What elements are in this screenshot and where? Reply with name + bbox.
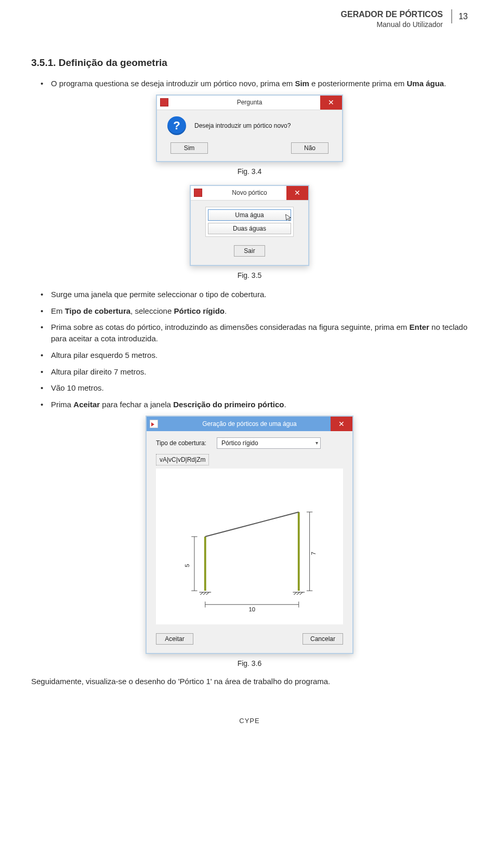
svg-line-6 — [206, 592, 209, 595]
page-number: 13 — [451, 9, 468, 23]
bullet-item: Prima sobre as cotas do pórtico, introdu… — [51, 322, 468, 344]
figure-caption: Fig. 3.4 — [31, 167, 468, 176]
svg-line-10 — [300, 592, 303, 595]
span-label: 10 — [248, 606, 255, 612]
dialog-title: Geração de pórticos de uma água — [202, 420, 296, 428]
left-height-label: 5 — [184, 564, 190, 567]
option-uma-agua[interactable]: Uma água — [208, 209, 291, 221]
doc-title: GERADOR DE PÓRTICOS — [341, 9, 443, 19]
right-height-label: 7 — [310, 552, 317, 555]
figure-caption: Fig. 3.6 — [31, 659, 468, 667]
view-toolbar[interactable]: vA|vC|vD|Rd|Zm — [156, 454, 209, 465]
question-icon: ? — [167, 116, 186, 135]
close-icon[interactable]: ✕ — [320, 96, 342, 110]
cancel-button[interactable]: Cancelar — [303, 633, 343, 645]
bullet-item: Surge uma janela que permite seleccionar… — [51, 289, 468, 300]
svg-line-5 — [203, 592, 206, 595]
svg-line-4 — [200, 592, 203, 595]
dialog-title: Novo pórtico — [232, 189, 267, 196]
dialog-novo-portico: Novo pórtico ✕ Uma água Duas águas Sair — [190, 185, 309, 266]
question-text: Deseja introduzir um pórtico novo? — [194, 122, 291, 129]
section-heading: 3.5.1. Definição da geometria — [31, 57, 468, 69]
figure-caption: Fig. 3.5 — [31, 271, 468, 279]
bullet-item: Altura pilar esquerdo 5 metros. — [51, 350, 468, 361]
option-duas-aguas[interactable]: Duas águas — [208, 223, 291, 234]
close-icon[interactable]: ✕ — [331, 417, 352, 431]
field-label: Tipo de cobertura: — [156, 439, 206, 447]
bullet-item: Altura pilar direito 7 metros. — [51, 366, 468, 378]
doc-subtitle: Manual do Utilizador — [341, 20, 443, 29]
running-header: GERADOR DE PÓRTICOS Manual do Utilizador… — [341, 9, 468, 29]
tipo-cobertura-select[interactable]: Pórtico rígido ▾ — [217, 437, 321, 449]
intro-bullet: O programa questiona se deseja introduzi… — [51, 78, 468, 89]
dialog-geracao: Geração de pórticos de uma água ✕ Tipo d… — [146, 416, 353, 654]
svg-line-8 — [294, 592, 297, 595]
footer-brand: CYPE — [31, 717, 468, 725]
app-icon — [194, 189, 202, 197]
accept-button[interactable]: Aceitar — [156, 633, 193, 645]
no-button[interactable]: Não — [291, 142, 329, 154]
bullet-item: Vão 10 metros. — [51, 382, 468, 394]
exit-button[interactable]: Sair — [234, 245, 265, 257]
dialog-pergunta: Pergunta ✕ ? Deseja introduzir um pórtic… — [156, 95, 343, 162]
portico-diagram: 10 5 7 — [156, 469, 343, 624]
app-icon — [160, 98, 168, 106]
svg-line-9 — [297, 592, 300, 595]
app-icon — [150, 420, 158, 428]
bullet-item: Prima Aceitar para fechar a janela Descr… — [51, 399, 468, 410]
closing-paragraph: Seguidamente, visualiza-se o desenho do … — [31, 677, 468, 686]
yes-button[interactable]: Sim — [170, 142, 208, 154]
dialog-title: Pergunta — [237, 99, 262, 106]
close-icon[interactable]: ✕ — [286, 186, 308, 200]
cursor-icon — [285, 212, 293, 223]
chevron-down-icon: ▾ — [316, 440, 318, 446]
svg-line-2 — [205, 512, 299, 536]
bullet-item: Em Tipo de cobertura, seleccione Pórtico… — [51, 305, 468, 317]
